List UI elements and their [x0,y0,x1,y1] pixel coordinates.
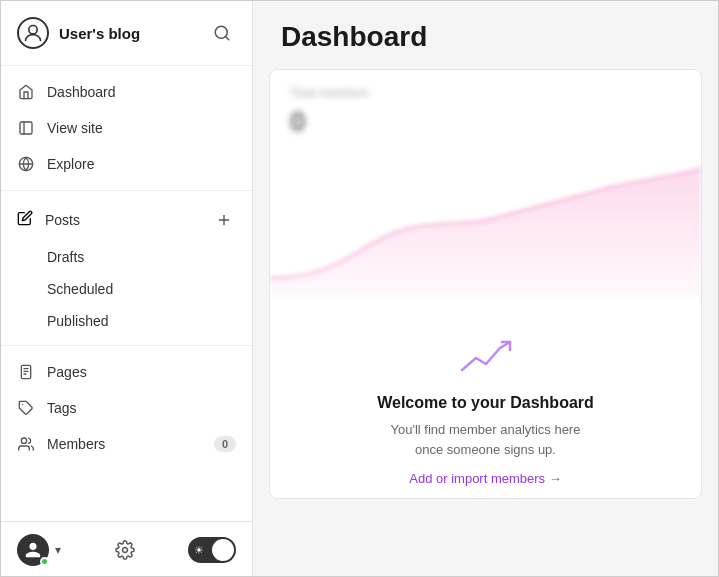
toggle-icon: ☀ [194,544,204,557]
page-icon [17,363,35,381]
sidebar-item-label-explore: Explore [47,156,94,172]
svg-point-0 [29,26,37,34]
posts-label: Posts [45,212,80,228]
page-title: Dashboard [281,21,690,53]
sidebar-item-label-members: Members [47,436,105,452]
add-post-button[interactable] [212,208,236,232]
globe-icon [17,155,35,173]
scheduled-label: Scheduled [47,281,113,297]
sidebar-footer: ▾ ☀ [1,521,252,577]
home-icon [17,83,35,101]
members-icon [17,435,35,453]
sidebar-item-label-tags: Tags [47,400,77,416]
sidebar-item-drafts[interactable]: Drafts [1,241,252,273]
drafts-label: Drafts [47,249,84,265]
sidebar-item-scheduled[interactable]: Scheduled [1,273,252,305]
empty-state: Welcome to your Dashboard You'll find me… [270,318,701,499]
total-members-value: 0 [290,106,681,138]
main-content: Dashboard Total members 0 [253,1,718,576]
user-avatar [17,534,49,566]
sidebar-item-dashboard[interactable]: Dashboard [1,74,252,110]
chart-area [270,138,701,298]
sidebar-item-published[interactable]: Published [1,305,252,337]
user-chevron-icon: ▾ [55,543,61,557]
empty-state-desc: You'll find member analytics here once s… [376,420,596,459]
empty-state-title: Welcome to your Dashboard [377,394,594,412]
sidebar-item-label-view-site: View site [47,120,103,136]
sidebar-nav: Dashboard View site Explore [1,66,252,521]
sidebar-header: User's blog [1,1,252,66]
online-indicator [40,557,49,566]
sidebar-item-label-dashboard: Dashboard [47,84,116,100]
sidebar-section-posts[interactable]: Posts [1,199,252,241]
tag-icon [17,399,35,417]
total-members-label: Total members [290,86,681,100]
chart-trend-icon [458,338,514,382]
svg-line-2 [225,36,228,39]
sidebar-item-members[interactable]: Members 0 [1,426,252,462]
nav-divider-1 [1,190,252,191]
dashboard-card: Total members 0 [269,69,702,499]
sidebar: User's blog Dashboard [1,1,253,577]
sidebar-item-pages[interactable]: Pages [1,354,252,390]
members-badge: 0 [214,436,236,452]
search-button[interactable] [208,19,236,47]
add-import-members-link[interactable]: Add or import members → [409,471,561,486]
external-icon [17,119,35,137]
svg-rect-3 [20,122,32,134]
theme-toggle[interactable]: ☀ [188,537,236,563]
svg-point-15 [122,548,127,553]
nav-divider-2 [1,345,252,346]
card-top-section: Total members 0 [270,70,701,138]
edit-icon [17,210,33,230]
settings-button[interactable] [109,534,141,566]
sidebar-item-tags[interactable]: Tags [1,390,252,426]
sidebar-item-view-site[interactable]: View site [1,110,252,146]
blog-title: User's blog [59,25,140,42]
blog-avatar [17,17,49,49]
published-label: Published [47,313,109,329]
sidebar-item-explore[interactable]: Explore [1,146,252,182]
blog-title-area[interactable]: User's blog [17,17,140,49]
svg-point-14 [21,438,26,443]
toggle-knob [212,539,234,561]
sidebar-item-label-pages: Pages [47,364,87,380]
main-header: Dashboard [253,1,718,69]
user-menu[interactable]: ▾ [17,534,61,566]
